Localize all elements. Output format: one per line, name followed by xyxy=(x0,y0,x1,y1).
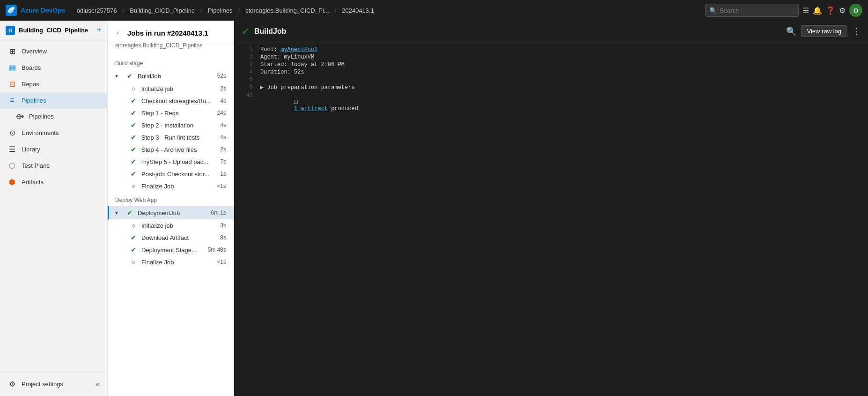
step-row[interactable]: ✔ Step 3 - Run lint tests 4s xyxy=(108,131,234,143)
step-row[interactable]: ✔ Checkout storeagles/Bu... 4s xyxy=(108,95,234,107)
log-line: 4 Duration: 52s xyxy=(234,68,868,76)
notification-icon[interactable]: 🔔 xyxy=(813,6,822,15)
artifact-icon: □ xyxy=(294,98,298,105)
log-line: 2 Agent: myLinuxVM xyxy=(234,53,868,61)
log-title-icon: ✔ xyxy=(242,26,250,37)
step-row[interactable]: ○ Finalize Job <1s xyxy=(108,180,234,192)
step-duration: 5m 48s xyxy=(208,247,226,253)
step-row[interactable]: ○ Finalize Job <1s xyxy=(108,256,234,268)
line-content: ▶ Job preparation parameters xyxy=(260,84,861,91)
job-name: DeploymentJob xyxy=(138,209,207,217)
test-plans-icon: ⬡ xyxy=(7,161,17,170)
status-pending-icon: ○ xyxy=(129,222,138,229)
list-icon[interactable]: ☰ xyxy=(802,6,809,15)
log-line: 5 xyxy=(234,76,868,83)
more-options-button[interactable]: ⋮ xyxy=(852,26,861,37)
step-name: myStep 5 - Upload pac... xyxy=(141,158,216,165)
jobs-header: ← Jobs in run #20240413.1 xyxy=(108,21,234,42)
step-row[interactable]: ✔ Step 1 - Reqs 24s xyxy=(108,107,234,119)
step-duration: 8s xyxy=(220,234,226,241)
azure-devops-logo xyxy=(6,5,17,16)
status-success-icon: ✔ xyxy=(125,209,134,217)
job-row-deploymentjob[interactable]: ▾ ✔ DeploymentJob 6m 1s xyxy=(108,206,234,219)
step-name: Finalize Job xyxy=(141,259,213,266)
expand-section[interactable]: ▶ xyxy=(260,84,264,91)
sidebar-bottom: ⚙ Project settings « xyxy=(0,372,107,396)
boards-icon: ▦ xyxy=(7,63,17,72)
sidebar-item-library[interactable]: ☰ Library xyxy=(0,141,107,157)
expand-icon[interactable]: ▾ xyxy=(115,73,122,79)
step-name: Step 1 - Reqs xyxy=(141,110,213,117)
step-name: Initialize job xyxy=(141,85,216,92)
log-search-button[interactable]: 🔍 xyxy=(786,26,796,37)
sidebar-item-test-plans[interactable]: ⬡ Test Plans xyxy=(0,157,107,174)
pipelines-icon: ≡ xyxy=(7,96,17,105)
step-name: Deployment Stage... xyxy=(141,247,204,254)
line-content: Started: Today at 2:06 PM xyxy=(260,61,861,68)
step-name: Post-job: Checkout stor... xyxy=(141,171,216,178)
sidebar-item-pipelines[interactable]: ≡ Pipelines xyxy=(0,92,107,108)
sidebar-item-artifacts[interactable]: ⬢ Artifacts xyxy=(0,174,107,190)
settings-icon[interactable]: ⚙ xyxy=(839,6,846,15)
topbar-icons: ☰ 🔔 ❓ ⚙ O xyxy=(802,4,862,17)
status-success-icon: ✔ xyxy=(129,158,138,165)
sidebar-item-label: Pipelines xyxy=(22,97,46,104)
search-input[interactable] xyxy=(720,7,794,14)
avatar[interactable]: O xyxy=(849,4,862,17)
sidebar-item-project-settings[interactable]: ⚙ Project settings « xyxy=(0,376,107,392)
sidebar: B Building_CICD_Pipeline + ⊞ Overview ▦ … xyxy=(0,21,108,396)
step-duration: 4s xyxy=(220,97,226,104)
expand-icon[interactable]: ▾ xyxy=(115,209,122,216)
step-duration: 3s xyxy=(220,222,226,229)
pipelines2-icon: ⟴ xyxy=(15,112,24,121)
step-row[interactable]: ○ Initialize job 3s xyxy=(108,219,234,232)
log-header: ✔ BuildJob 🔍 View raw log ⋮ xyxy=(234,21,868,42)
view-raw-log-button[interactable]: View raw log xyxy=(801,25,847,37)
step-row[interactable]: ✔ Step 2 - Installation 4s xyxy=(108,119,234,131)
artifact-link[interactable]: 1 artifact xyxy=(294,105,328,112)
help-icon[interactable]: ❓ xyxy=(826,6,835,15)
step-duration: 1s xyxy=(220,171,226,177)
search-bar[interactable]: 🔍 xyxy=(705,4,799,17)
breadcrumb-store[interactable]: storeagles.Building_CICD_Pi... xyxy=(245,7,329,14)
agent-pool-link[interactable]: myAgentPool xyxy=(280,46,317,53)
jobs-content: Build stage ▾ ✔ BuildJob 52s ○ Initializ… xyxy=(108,52,234,396)
project-icon: B xyxy=(6,26,15,35)
line-content xyxy=(260,76,861,83)
sidebar-item-pipelines2[interactable]: ⟴ Pipelines xyxy=(0,108,107,125)
status-success-icon: ✔ xyxy=(129,134,138,141)
step-name: Checkout storeagles/Bu... xyxy=(141,97,216,105)
step-name: Initialize job xyxy=(141,222,216,229)
line-content: □ 1 artifact produced xyxy=(260,92,861,119)
status-success-icon: ✔ xyxy=(129,97,138,105)
step-row[interactable]: ○ Initialize job 2s xyxy=(108,82,234,95)
log-line: 3 Started: Today at 2:06 PM xyxy=(234,61,868,68)
step-row[interactable]: ✔ Download Artifact 8s xyxy=(108,232,234,244)
add-project-button[interactable]: + xyxy=(96,25,102,35)
step-row[interactable]: ✔ Post-job: Checkout stor... 1s xyxy=(108,168,234,180)
sidebar-item-environments[interactable]: ⊙ Environments xyxy=(0,125,107,141)
step-row[interactable]: ✔ myStep 5 - Upload pac... 7s xyxy=(108,156,234,168)
sidebar-item-repos[interactable]: ⊡ Repos xyxy=(0,76,107,92)
sidebar-item-overview[interactable]: ⊞ Overview xyxy=(0,43,107,60)
line-number: 4 xyxy=(242,69,253,75)
line-content: Agent: myLinuxVM xyxy=(260,54,861,60)
job-row-buildjob[interactable]: ▾ ✔ BuildJob 52s xyxy=(108,69,234,82)
sidebar-item-label: Overview xyxy=(22,48,47,55)
step-row[interactable]: ✔ Step 4 - Archive files 2s xyxy=(108,143,234,156)
brand-name: Azure DevOps xyxy=(21,7,66,14)
breadcrumb-run[interactable]: 20240413.1 xyxy=(342,7,374,14)
back-button[interactable]: ← xyxy=(115,28,124,38)
collapse-icon[interactable]: « xyxy=(96,380,100,389)
sidebar-item-boards[interactable]: ▦ Boards xyxy=(0,60,107,76)
log-line: 1 Pool: myAgentPool xyxy=(234,46,868,53)
sidebar-item-label: Project settings xyxy=(22,381,63,388)
step-name: Step 4 - Archive files xyxy=(141,146,216,153)
status-success-icon: ✔ xyxy=(129,109,138,117)
breadcrumb-pipeline[interactable]: Building_CICD_Pipeline xyxy=(130,7,195,14)
step-row[interactable]: ✔ Deployment Stage... 5m 48s xyxy=(108,244,234,256)
line-content: Duration: 52s xyxy=(260,69,861,75)
status-pending-icon: ○ xyxy=(129,258,138,266)
breadcrumb-pipelines[interactable]: Pipelines xyxy=(208,7,233,14)
status-success-icon: ✔ xyxy=(129,170,138,178)
